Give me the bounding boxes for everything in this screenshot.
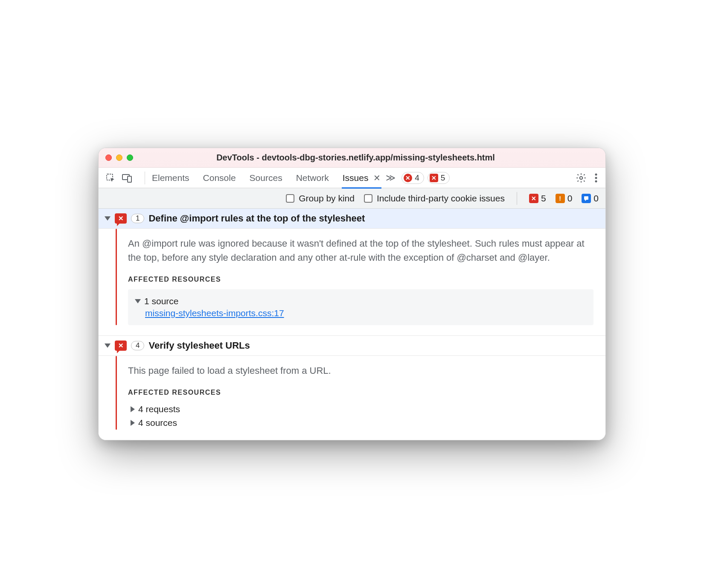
error-count: 4 bbox=[415, 173, 419, 183]
include-third-party-label: Include third-party cookie issues bbox=[377, 193, 505, 204]
devtools-window: DevTools - devtools-dbg-stories.netlify.… bbox=[98, 148, 606, 440]
severity-stripe bbox=[116, 356, 117, 430]
sources-summary: 1 source bbox=[144, 296, 179, 306]
close-window-button[interactable] bbox=[105, 154, 112, 161]
issues-toolbar: Group by kind Include third-party cookie… bbox=[99, 188, 605, 209]
tab-issues[interactable]: Issues ✕ bbox=[342, 169, 382, 189]
panel-tabs: Elements Console Sources Network Issues … bbox=[151, 169, 381, 187]
titlebar: DevTools - devtools-dbg-stories.netlify.… bbox=[99, 148, 605, 168]
severity-stripe bbox=[116, 229, 117, 325]
issue-header[interactable]: ✕ 1 Define @import rules at the top of t… bbox=[99, 209, 605, 229]
issue-title: Define @import rules at the top of the s… bbox=[148, 213, 365, 224]
issue-title: Verify stylesheet URLs bbox=[148, 340, 250, 351]
affected-resources-label: AFFECTED RESOURCES bbox=[128, 389, 593, 396]
issue-item: ✕ 1 Define @import rules at the top of t… bbox=[99, 209, 605, 335]
svg-rect-7 bbox=[584, 196, 588, 200]
disclosure-triangle-icon bbox=[131, 420, 135, 426]
issue-body: An @import rule was ignored because it w… bbox=[99, 229, 605, 335]
issue-item: ✕ 4 Verify stylesheet URLs This page fai… bbox=[99, 336, 605, 440]
device-toolbar-icon[interactable] bbox=[122, 173, 133, 183]
issue-description: An @import rule was ignored because it w… bbox=[128, 236, 593, 265]
issue-count: 5 bbox=[441, 173, 445, 183]
error-badge-icon: ✕ bbox=[529, 194, 538, 203]
sources-summary: 4 sources bbox=[138, 418, 177, 428]
tab-sources[interactable]: Sources bbox=[249, 169, 283, 187]
svg-point-4 bbox=[595, 173, 597, 175]
kebab-menu-icon[interactable] bbox=[594, 173, 598, 183]
requests-summary: 4 requests bbox=[138, 404, 180, 414]
svg-point-6 bbox=[595, 180, 597, 182]
issue-body: This page failed to load a stylesheet fr… bbox=[99, 356, 605, 440]
checkbox-icon bbox=[286, 194, 294, 203]
more-tabs-icon[interactable]: ≫ bbox=[386, 172, 396, 183]
tab-console[interactable]: Console bbox=[202, 169, 237, 187]
affected-resources-box: 1 source missing-stylesheets-imports.css… bbox=[128, 289, 593, 325]
issue-count-chip: 1 bbox=[131, 214, 144, 223]
issues-list: ✕ 1 Define @import rules at the top of t… bbox=[99, 209, 605, 440]
info-badge-icon bbox=[582, 194, 591, 203]
group-by-kind-checkbox[interactable]: Group by kind bbox=[286, 193, 355, 204]
errors-counter[interactable]: ✕ 5 bbox=[529, 193, 546, 204]
svg-point-5 bbox=[595, 177, 597, 179]
close-tab-icon[interactable]: ✕ bbox=[373, 173, 381, 183]
tab-issues-label: Issues bbox=[343, 173, 369, 183]
checkbox-icon bbox=[364, 194, 372, 203]
affected-resources-label: AFFECTED RESOURCES bbox=[128, 276, 593, 283]
source-link[interactable]: missing-stylesheets-imports.css:17 bbox=[145, 308, 284, 318]
warning-badge-icon: ! bbox=[556, 194, 565, 203]
window-title: DevTools - devtools-dbg-stories.netlify.… bbox=[113, 153, 599, 163]
include-third-party-checkbox[interactable]: Include third-party cookie issues bbox=[364, 193, 505, 204]
warnings-counter[interactable]: ! 0 bbox=[556, 193, 573, 204]
tab-network[interactable]: Network bbox=[295, 169, 330, 187]
error-bubble-icon: ✕ bbox=[115, 213, 127, 224]
issue-description: This page failed to load a stylesheet fr… bbox=[128, 364, 593, 378]
svg-rect-2 bbox=[128, 176, 131, 182]
toolbar-divider bbox=[145, 172, 145, 184]
issue-count-chip: 4 bbox=[131, 341, 144, 350]
errors-count: 5 bbox=[541, 193, 546, 204]
issue-header[interactable]: ✕ 4 Verify stylesheet URLs bbox=[99, 336, 605, 356]
sources-summary-row[interactable]: 1 source bbox=[135, 294, 587, 308]
sources-summary-row[interactable]: 4 sources bbox=[128, 416, 593, 430]
error-square-icon: ✕ bbox=[430, 174, 438, 182]
svg-point-3 bbox=[580, 176, 583, 179]
requests-summary-row[interactable]: 4 requests bbox=[128, 402, 593, 416]
warnings-count: 0 bbox=[567, 193, 573, 204]
inspect-element-icon[interactable] bbox=[105, 173, 116, 183]
settings-icon[interactable] bbox=[576, 172, 587, 183]
main-toolbar: Elements Console Sources Network Issues … bbox=[99, 168, 605, 188]
tab-elements[interactable]: Elements bbox=[151, 169, 190, 187]
toolbar-divider bbox=[517, 192, 517, 205]
disclosure-triangle-icon bbox=[105, 343, 111, 348]
error-bubble-icon: ✕ bbox=[115, 341, 127, 351]
issue-count-pill[interactable]: ✕ 5 bbox=[428, 172, 450, 184]
error-circle-icon: ✕ bbox=[404, 174, 412, 182]
disclosure-triangle-icon bbox=[135, 299, 141, 303]
group-by-kind-label: Group by kind bbox=[299, 193, 355, 204]
disclosure-triangle-icon bbox=[131, 406, 135, 412]
error-count-pill[interactable]: ✕ 4 bbox=[401, 172, 424, 184]
info-counter[interactable]: 0 bbox=[582, 193, 599, 204]
info-count: 0 bbox=[593, 193, 599, 204]
disclosure-triangle-icon bbox=[105, 216, 111, 221]
